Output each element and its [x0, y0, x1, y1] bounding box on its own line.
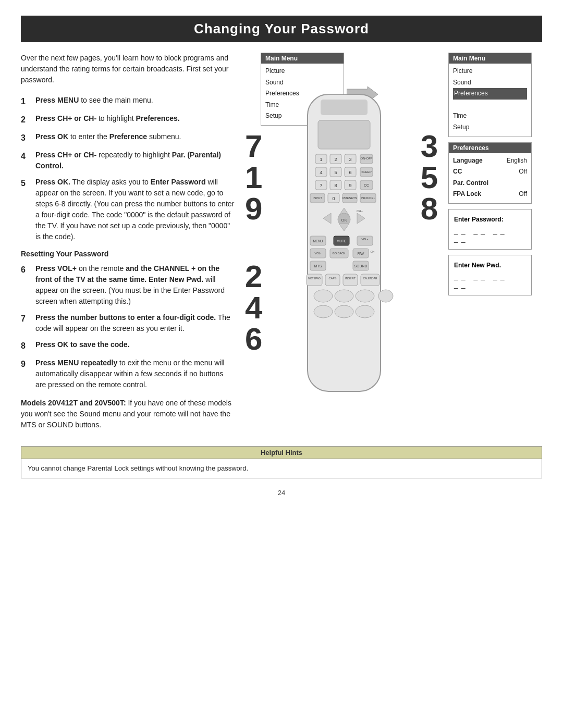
svg-text:SLEEP: SLEEP — [361, 170, 371, 174]
svg-text:NOTEPAD: NOTEPAD — [308, 277, 321, 280]
svg-point-67 — [314, 290, 333, 302]
illustration-area: Main Menu Picture Sound Preferences Time… — [245, 53, 542, 430]
svg-text:VOL-: VOL- — [315, 252, 322, 255]
svg-rect-65 — [361, 274, 380, 286]
helpful-hints-box: Helpful Hints You cannot change Parental… — [21, 446, 542, 478]
svg-text:2: 2 — [334, 157, 337, 162]
enter-password-box: Enter Password: __ __ __ __ — [448, 209, 532, 250]
svg-rect-1 — [321, 100, 368, 115]
svg-text:MENU: MENU — [313, 239, 323, 243]
svg-text:VOL+: VOL+ — [362, 238, 369, 241]
svg-text:MTS: MTS — [314, 264, 322, 268]
step-numbers-right: 3 5 8 — [421, 131, 438, 225]
resetting-steps-list: 6 Press VOL+ on the remote and the CHANN… — [21, 263, 235, 390]
svg-text:FAV: FAV — [358, 252, 364, 255]
resetting-header: Resetting Your Password — [21, 250, 235, 258]
step-6: 6 Press VOL+ on the remote and the CHANN… — [21, 263, 235, 307]
svg-text:INSERT: INSERT — [345, 277, 356, 280]
note-text: Models 20V412T and 20V500T: If you have … — [21, 398, 235, 430]
svg-rect-63 — [343, 274, 358, 286]
left-column: Over the next few pages, you'll learn ho… — [21, 53, 245, 430]
svg-text:GO BACK: GO BACK — [332, 252, 345, 255]
svg-point-72 — [335, 305, 353, 318]
steps-list: 1 Press MENU to see the main menu. 2 Pre… — [21, 95, 235, 242]
helpful-hints-title: Helpful Hints — [21, 447, 542, 459]
step-3: 3 Press OK to enter the Preference subme… — [21, 131, 235, 144]
svg-text:SOUND: SOUND — [354, 264, 367, 268]
svg-text:OK: OK — [341, 218, 347, 223]
svg-text:CH-: CH- — [371, 250, 375, 253]
step-5: 5 Press OK. The display asks you to Ente… — [21, 177, 235, 242]
svg-text:INPUT: INPUT — [313, 196, 322, 200]
step-8: 8 Press OK to save the code. — [21, 339, 235, 352]
svg-point-71 — [314, 305, 333, 318]
svg-text:1: 1 — [320, 157, 322, 162]
svg-text:0: 0 — [332, 196, 335, 201]
svg-text:5: 5 — [334, 170, 337, 175]
svg-rect-2 — [318, 120, 370, 149]
svg-point-70 — [378, 290, 393, 302]
svg-rect-61 — [325, 274, 340, 286]
svg-text:PRESETS: PRESETS — [342, 196, 357, 200]
step-7: 7 Press the number buttons to enter a fo… — [21, 312, 235, 334]
svg-text:3: 3 — [349, 157, 351, 162]
step-1: 1 Press MENU to see the main menu. — [21, 95, 235, 108]
svg-text:8: 8 — [334, 183, 337, 188]
remote-control: 1 2 3 ON-OFF 4 5 6 SLEEP — [292, 94, 396, 399]
svg-text:9: 9 — [349, 183, 351, 188]
main-menu-box-2: Main Menu Picture Sound Preferences Time… — [448, 53, 532, 137]
svg-text:4: 4 — [320, 170, 322, 175]
helpful-hints-content: You cannot change Parental Lock settings… — [21, 459, 542, 478]
page-number: 24 — [0, 489, 563, 497]
preferences-box: Preferences LanguageEnglish CCOff Par. C… — [448, 142, 532, 204]
right-menu-boxes: Main Menu Picture Sound Preferences Time… — [448, 53, 532, 295]
step-9: 9 Press MENU repeatedly to exit the menu… — [21, 357, 235, 390]
svg-text:CC: CC — [364, 183, 369, 187]
enter-new-pwd-box: Enter New Pwd. __ __ __ __ — [448, 255, 532, 295]
step-2: 2 Press CH+ or CH- to highlight Preferen… — [21, 113, 235, 126]
svg-text:6: 6 — [349, 170, 351, 175]
svg-text:CALENDAR: CALENDAR — [363, 277, 377, 280]
svg-point-69 — [356, 290, 374, 302]
step-4: 4 Press CH+ or CH- repeatedly to highlig… — [21, 150, 235, 171]
svg-text:INFO/DEL: INFO/DEL — [361, 196, 375, 200]
svg-text:ON-OFF: ON-OFF — [361, 157, 373, 160]
step-numbers-left: 7 1 9 — [245, 131, 262, 225]
svg-text:CH+: CH+ — [357, 209, 363, 213]
svg-rect-59 — [307, 274, 322, 286]
svg-point-68 — [335, 290, 353, 302]
svg-text:7: 7 — [320, 183, 322, 188]
page-title-bar: Changing Your Password — [21, 16, 542, 42]
step-numbers-bottom: 2 4 6 — [245, 261, 262, 355]
intro-text: Over the next few pages, you'll learn ho… — [21, 53, 235, 85]
svg-text:CAPS: CAPS — [329, 277, 337, 280]
svg-text:MUTE: MUTE — [337, 239, 347, 243]
svg-point-73 — [356, 305, 374, 318]
